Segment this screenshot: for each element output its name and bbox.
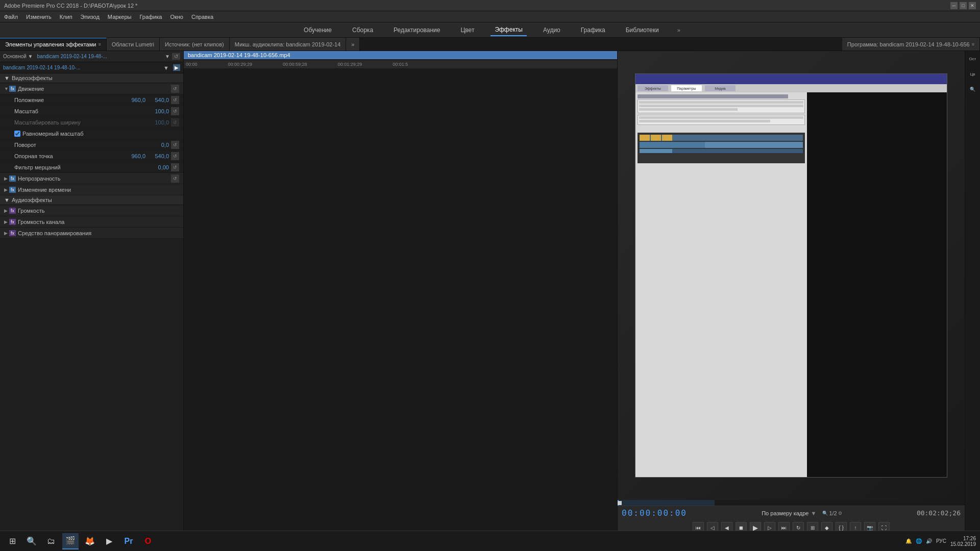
inner-timeline-active <box>640 149 672 153</box>
fit-mode-dropdown[interactable]: ▼ <box>811 510 816 516</box>
ruler-mark-4: 00:01:5 <box>393 62 408 67</box>
tab-effects-controls-label: Элементы управления эффектами <box>5 41 96 47</box>
anchor-x-value[interactable]: 960,0 <box>125 153 145 159</box>
clip-reset-btn[interactable]: ↺ <box>172 53 180 60</box>
rps-item-search[interactable]: 🔍 <box>967 84 978 95</box>
video-effects-toggle[interactable]: ▼ <box>4 75 10 81</box>
workspace-libraries[interactable]: Библиотеки <box>622 24 663 36</box>
menu-clip[interactable]: Клип <box>60 14 72 20</box>
workspace-audio[interactable]: Аудио <box>539 24 565 36</box>
motion-toggle[interactable]: ▼ <box>4 86 9 91</box>
inner-content-2 <box>638 115 805 125</box>
window-title: Adobe Premiere Pro CC 2018 - D:\РАБОТА\у… <box>4 3 137 9</box>
taskbar-file-explorer[interactable]: 🗂 <box>43 533 59 549</box>
opacity-reset[interactable]: ↺ <box>171 174 179 183</box>
tab-program-monitor[interactable]: Программа: bandicam 2019-02-14 19-48-10-… <box>842 38 980 51</box>
workspace-graphics[interactable]: Графика <box>577 24 609 36</box>
close-button[interactable]: ✕ <box>969 2 976 9</box>
tab-effects-controls[interactable]: Элементы управления эффектами ≡ <box>0 38 107 51</box>
position-x-value[interactable]: 960,0 <box>125 97 145 103</box>
program-timecode[interactable]: 00:00:00:00 <box>622 508 687 518</box>
menu-window[interactable]: Окно <box>170 14 183 20</box>
source-clip-arrow[interactable]: ▼ <box>163 65 169 71</box>
inner-header <box>635 74 947 84</box>
opacity-toggle[interactable]: ▶ <box>4 176 9 181</box>
prog-settings-icon[interactable]: ⚙ <box>838 511 842 516</box>
panner-label: Средство панорамирования <box>18 230 179 236</box>
scale-width-reset: ↺ <box>171 118 179 127</box>
maximize-button[interactable]: □ <box>960 2 967 9</box>
prog-zoom-icon[interactable]: 🔍 <box>822 511 828 516</box>
workspace-effects[interactable]: Эффекты <box>491 24 527 36</box>
position-y-value[interactable]: 540,0 <box>149 97 169 103</box>
inner-timeline-audio <box>640 142 803 148</box>
uniform-scale-checkbox[interactable] <box>14 131 20 137</box>
workspace-learn[interactable]: Обучение <box>300 24 336 36</box>
effects-list: ▼ Видеоэффекты ▼ fx Движение ↺ Положение… <box>0 73 183 536</box>
channel-volume-toggle[interactable]: ▶ <box>4 219 9 224</box>
tray-network[interactable]: 🌐 <box>916 538 922 544</box>
antiflicker-label: Фильтр мерцаний <box>14 164 149 170</box>
scale-reset[interactable]: ↺ <box>171 107 179 115</box>
anchor-y-value[interactable]: 540,0 <box>149 153 169 159</box>
motion-reset[interactable]: ↺ <box>171 85 179 93</box>
workspace-assembly[interactable]: Сборка <box>348 24 377 36</box>
effects-controls-menu-icon[interactable]: ≡ <box>98 42 101 47</box>
rotation-reset[interactable]: ↺ <box>171 141 179 149</box>
opacity-label: Непрозрачность <box>18 176 169 182</box>
clock-date: 15.02.2019 <box>950 541 976 547</box>
program-menu-icon[interactable]: ≡ <box>972 42 974 47</box>
ruler-mark-0: 00:00 <box>186 62 198 67</box>
tab-lumetri-scopes[interactable]: Области Lumetri <box>107 38 160 51</box>
antiflicker-value[interactable]: 0,00 <box>149 164 169 170</box>
tray-volume[interactable]: 🔊 <box>926 538 932 544</box>
menu-file[interactable]: Файл <box>4 14 18 20</box>
clip-thumb-3 <box>662 135 672 141</box>
clip-thumb-2 <box>651 135 661 141</box>
minimize-button[interactable]: ─ <box>950 2 958 9</box>
audio-effects-toggle[interactable]: ▼ <box>4 197 10 203</box>
antiflicker-reset[interactable]: ↺ <box>171 163 179 171</box>
clip-selector-arrow[interactable]: ▼ <box>165 54 170 59</box>
menu-help[interactable]: Справка <box>191 14 213 20</box>
taskbar-clock[interactable]: 17:26 15.02.2019 <box>950 536 976 547</box>
tab-source-monitor[interactable]: Источник: (нет клипов) <box>160 38 230 51</box>
source-timeline-ruler: 00:00 00:00:29;29 00:00:59;28 00:01:29;2… <box>184 60 617 68</box>
anchor-reset[interactable]: ↺ <box>171 152 179 160</box>
scale-value[interactable]: 100,0 <box>149 108 169 114</box>
menu-graphics[interactable]: Графика <box>139 14 162 20</box>
taskbar-search[interactable]: 🔍 <box>23 533 40 549</box>
uniform-scale-label: Равномерный масштаб <box>22 131 179 137</box>
time-remap-toggle[interactable]: ▶ <box>4 187 9 192</box>
menu-bar: Файл Изменить Клип Эпизод Маркеры График… <box>0 11 980 22</box>
workspace-more[interactable]: » <box>677 27 680 33</box>
taskbar-opera[interactable]: O <box>140 533 156 549</box>
tab-more-left[interactable]: » <box>346 38 360 51</box>
taskbar-start[interactable]: ⊞ <box>4 533 20 549</box>
panner-toggle[interactable]: ▶ <box>4 231 9 236</box>
play-in-source[interactable]: ▶ <box>173 64 180 71</box>
rps-item-1[interactable]: Ост <box>967 53 978 64</box>
taskbar-media-player[interactable]: ▶ <box>101 533 117 549</box>
rps-item-2[interactable]: Цв <box>967 68 978 80</box>
video-effects-label: Видеоэффекты <box>12 75 53 81</box>
right-panel-strip: Ост Цв 🔍 <box>965 51 980 536</box>
workspace-editing[interactable]: Редактирование <box>389 24 444 36</box>
taskbar-premiere-icon[interactable]: Pr <box>120 533 137 549</box>
source-clip-name: bandicam 2019-02-14 19-48-10-... <box>3 65 161 70</box>
program-mini-timeline[interactable] <box>618 500 965 506</box>
tab-audio-mixer[interactable]: Микш. аудиоклипа: bandicam 2019-02-14 <box>230 38 347 51</box>
tab-lumetri-label: Области Lumetri <box>112 41 154 47</box>
rotation-label: Поворот <box>14 142 149 148</box>
tray-notifications[interactable]: 🔔 <box>905 538 912 544</box>
menu-markers[interactable]: Маркеры <box>108 14 132 20</box>
workspace-color[interactable]: Цвет <box>456 24 478 36</box>
taskbar-premiere[interactable]: 🎬 <box>62 533 79 549</box>
main-content-area: Основной ▼ bandicam 2019-02-14 19-48-...… <box>0 51 980 536</box>
position-reset[interactable]: ↺ <box>171 96 179 104</box>
menu-sequence[interactable]: Эпизод <box>81 14 100 20</box>
menu-edit[interactable]: Изменить <box>26 14 52 20</box>
taskbar-firefox[interactable]: 🦊 <box>82 533 98 549</box>
rotation-value[interactable]: 0,0 <box>149 142 169 148</box>
volume-toggle[interactable]: ▶ <box>4 208 9 213</box>
